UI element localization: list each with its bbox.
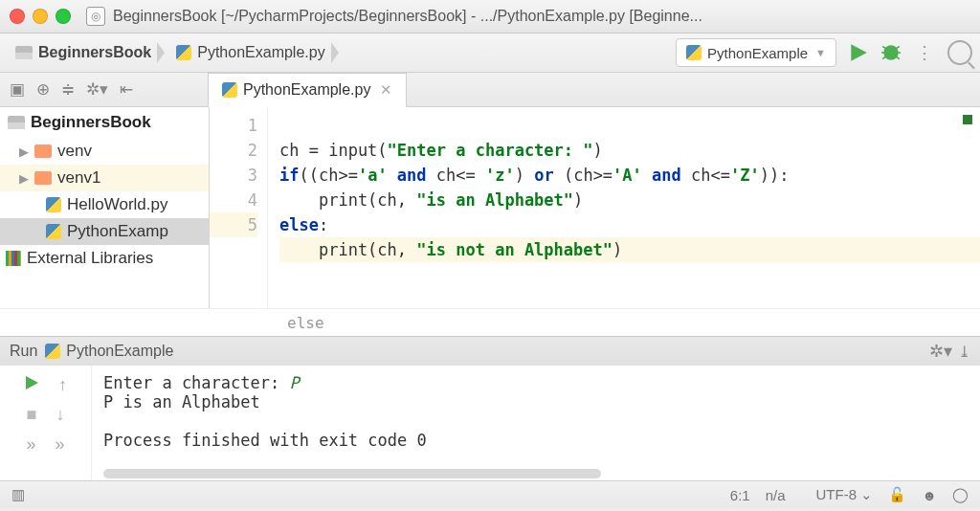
run-button[interactable]: [848, 42, 869, 63]
encoding[interactable]: UTF-8 ⌄: [801, 486, 874, 503]
editor-tab[interactable]: PythonExample.py ✕: [208, 73, 407, 107]
up-button[interactable]: ↑: [58, 375, 67, 395]
console-output[interactable]: Enter a character: P P is an Alphabet Pr…: [92, 366, 980, 480]
chevron-right-icon: ▶: [19, 144, 29, 159]
settings-icon[interactable]: ✲▾: [929, 341, 952, 362]
more-actions-button[interactable]: ⋮: [911, 42, 938, 63]
editor-tab-label: PythonExample.py: [243, 81, 370, 99]
console-line: Process finished with exit code 0: [103, 431, 969, 450]
tree-item-external-libs[interactable]: External Libraries: [0, 245, 209, 272]
breadcrumb-file[interactable]: PythonExample.py: [168, 38, 332, 67]
run-toolbar: ↑ ■ ↓ » »: [0, 366, 92, 480]
svg-point-1: [883, 45, 898, 59]
editor-breadcrumb-label: else: [287, 314, 324, 332]
rerun-button[interactable]: [24, 375, 39, 395]
more-icon[interactable]: »: [56, 434, 65, 455]
window-title: BeginnersBook [~/PycharmProjects/Beginne…: [113, 8, 970, 25]
folder-icon: [8, 116, 25, 129]
gutter: 12345: [210, 107, 268, 308]
python-file-icon: [46, 224, 61, 239]
app-icon: ◎: [86, 7, 105, 26]
down-button[interactable]: ↓: [56, 405, 64, 425]
code-editor[interactable]: 12345 ch = input("Enter a character: ") …: [210, 107, 980, 308]
feedback-icon[interactable]: ◯: [952, 486, 969, 503]
run-config-label: PythonExample: [707, 45, 808, 61]
close-tab-icon[interactable]: ✕: [380, 81, 392, 99]
tree-item-label: External Libraries: [27, 249, 153, 268]
stop-button[interactable]: ■: [27, 405, 37, 425]
run-config-selector[interactable]: PythonExample ▼: [676, 38, 836, 67]
more-icon[interactable]: »: [26, 434, 35, 455]
chevron-right-icon: ▶: [19, 171, 29, 186]
python-file-icon: [176, 45, 191, 60]
python-file-icon: [686, 45, 702, 60]
analysis-ok-icon: [963, 115, 972, 124]
main-area: BeginnersBook ▶ venv ▶ venv1 HelloWorld.…: [0, 107, 980, 308]
library-icon: [6, 251, 21, 266]
svg-marker-8: [26, 376, 38, 389]
console-line: P is an Alphabet: [103, 392, 969, 411]
console-line: Enter a character:: [103, 373, 289, 392]
tree-item-label: venv: [57, 142, 92, 161]
settings-icon[interactable]: ✲▾: [86, 79, 108, 100]
tree-item-pythonexample[interactable]: PythonExamp: [0, 218, 209, 245]
tree-item-venv1[interactable]: ▶ venv1: [0, 165, 209, 191]
tree-item-label: PythonExamp: [67, 222, 168, 241]
project-sidebar[interactable]: BeginnersBook ▶ venv ▶ venv1 HelloWorld.…: [0, 107, 210, 308]
run-panel-name: PythonExample: [66, 343, 173, 360]
folder-icon: [34, 144, 52, 158]
tree-item-label: HelloWorld.py: [67, 195, 168, 214]
titlebar: ◎ BeginnersBook [~/PycharmProjects/Begin…: [0, 0, 980, 33]
tree-item-label: venv1: [57, 168, 100, 188]
close-window-icon[interactable]: [10, 9, 25, 24]
tree-item-helloworld[interactable]: HelloWorld.py: [0, 191, 209, 218]
download-icon[interactable]: ⤓: [958, 343, 970, 361]
console-input: P: [289, 373, 299, 392]
folder-icon: [34, 171, 52, 185]
inspector-icon[interactable]: ☻: [922, 487, 937, 503]
search-icon[interactable]: [947, 40, 972, 65]
svg-marker-0: [851, 44, 867, 61]
breadcrumb-project-label: BeginnersBook: [38, 44, 151, 61]
run-panel: Run PythonExample ✲▾ ⤓ ↑ ■ ↓ » » Enter a…: [0, 336, 980, 480]
status-bar: ▥ 6:1 n/a UTF-8 ⌄ 🔓 ☻ ◯: [0, 480, 980, 508]
python-file-icon: [45, 344, 60, 359]
zoom-window-icon[interactable]: [56, 9, 71, 24]
python-file-icon: [222, 82, 237, 98]
debug-button[interactable]: [880, 42, 902, 63]
hide-icon[interactable]: ⇤: [120, 79, 133, 100]
folder-icon: [15, 46, 33, 59]
horizontal-scrollbar[interactable]: [103, 469, 601, 478]
minimize-window-icon[interactable]: [33, 9, 48, 24]
project-root-label: BeginnersBook: [31, 113, 151, 132]
lock-icon[interactable]: 🔓: [888, 486, 906, 503]
navbar: BeginnersBook PythonExample.py PythonExa…: [0, 33, 980, 73]
project-view-icon[interactable]: ▣: [10, 79, 25, 100]
breadcrumb-project[interactable]: BeginnersBook: [8, 38, 159, 67]
collapse-icon[interactable]: ≑: [61, 79, 75, 100]
caret-position[interactable]: 6:1: [730, 487, 750, 503]
tree-item-venv[interactable]: ▶ venv: [0, 138, 209, 165]
run-panel-header[interactable]: Run PythonExample ✲▾ ⤓: [0, 337, 980, 366]
editor-breadcrumb[interactable]: else: [0, 308, 980, 336]
toolbar: ▣ ⊕ ≑ ✲▾ ⇤ PythonExample.py ✕: [0, 73, 980, 107]
target-icon[interactable]: ⊕: [36, 79, 50, 100]
code-area[interactable]: ch = input("Enter a character: ") if((ch…: [268, 107, 980, 308]
breadcrumb-file-label: PythonExample.py: [197, 44, 324, 61]
run-panel-title: Run: [10, 343, 37, 360]
line-sep[interactable]: n/a: [766, 487, 786, 503]
project-root[interactable]: BeginnersBook: [0, 107, 209, 138]
tool-window-icon[interactable]: ▥: [11, 486, 25, 503]
chevron-down-icon: ▼: [815, 47, 826, 58]
python-file-icon: [46, 197, 61, 212]
